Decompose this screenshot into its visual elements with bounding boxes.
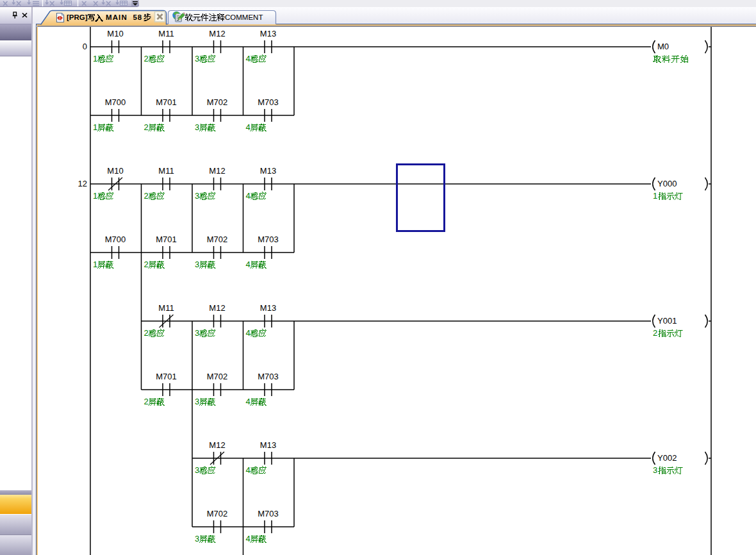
svg-text:M13: M13 [260, 303, 276, 313]
svg-text:M703: M703 [258, 235, 279, 244]
svg-text:M13: M13 [260, 29, 276, 38]
svg-text:4: 4 [246, 54, 251, 63]
svg-text:4: 4 [246, 465, 251, 475]
svg-text:3: 3 [653, 465, 657, 475]
svg-text:3: 3 [195, 54, 199, 63]
svg-text:2: 2 [144, 260, 149, 269]
svg-text:4: 4 [246, 328, 251, 338]
svg-text:4: 4 [246, 534, 251, 543]
svg-text:Y001: Y001 [657, 316, 677, 326]
svg-text:M702: M702 [207, 97, 228, 107]
svg-text:4: 4 [246, 191, 251, 201]
svg-text:M700: M700 [105, 97, 126, 107]
svg-text:3: 3 [195, 122, 199, 132]
svg-text:2: 2 [144, 328, 149, 338]
svg-text:3: 3 [195, 465, 199, 475]
svg-text:2: 2 [144, 191, 149, 201]
svg-text:M11: M11 [158, 29, 174, 38]
svg-text:M11: M11 [158, 303, 174, 313]
svg-text:M700: M700 [105, 235, 126, 244]
svg-text:M701: M701 [156, 235, 177, 244]
svg-text:3: 3 [195, 328, 199, 338]
svg-text:12: 12 [78, 179, 87, 188]
svg-text:2: 2 [144, 122, 149, 132]
svg-text:M701: M701 [156, 97, 177, 107]
svg-text:1: 1 [93, 260, 97, 269]
svg-text:M13: M13 [260, 166, 276, 176]
svg-text:M12: M12 [209, 303, 225, 313]
svg-text:M10: M10 [107, 166, 123, 176]
svg-text:M13: M13 [260, 440, 276, 450]
svg-text:2: 2 [144, 54, 149, 63]
svg-text:Y000: Y000 [657, 179, 677, 188]
svg-text:2: 2 [653, 328, 657, 338]
svg-text:1: 1 [93, 54, 97, 63]
svg-text:M11: M11 [158, 166, 174, 176]
svg-text:M0: M0 [657, 42, 669, 51]
svg-text:M702: M702 [207, 509, 228, 518]
svg-text:M701: M701 [156, 372, 177, 381]
svg-text:M703: M703 [258, 509, 279, 518]
svg-text:0: 0 [83, 42, 87, 51]
svg-text:3: 3 [195, 534, 199, 543]
svg-text:3: 3 [195, 191, 199, 201]
svg-text:M702: M702 [207, 372, 228, 381]
svg-text:M10: M10 [107, 29, 123, 38]
svg-text:3: 3 [195, 397, 199, 406]
svg-text:3: 3 [195, 260, 199, 269]
svg-text:M703: M703 [258, 97, 279, 107]
svg-text:M702: M702 [207, 235, 228, 244]
svg-text:1: 1 [93, 191, 97, 201]
svg-text:M703: M703 [258, 372, 279, 381]
svg-text:4: 4 [246, 260, 251, 269]
svg-text:M12: M12 [209, 440, 225, 450]
svg-text:2: 2 [144, 397, 149, 406]
svg-text:Y002: Y002 [657, 453, 677, 463]
svg-text:M12: M12 [209, 166, 225, 176]
svg-text:4: 4 [246, 122, 251, 132]
svg-text:1: 1 [653, 191, 657, 201]
svg-text:4: 4 [246, 397, 251, 406]
svg-text:1: 1 [93, 122, 97, 132]
svg-text:M12: M12 [209, 29, 225, 38]
